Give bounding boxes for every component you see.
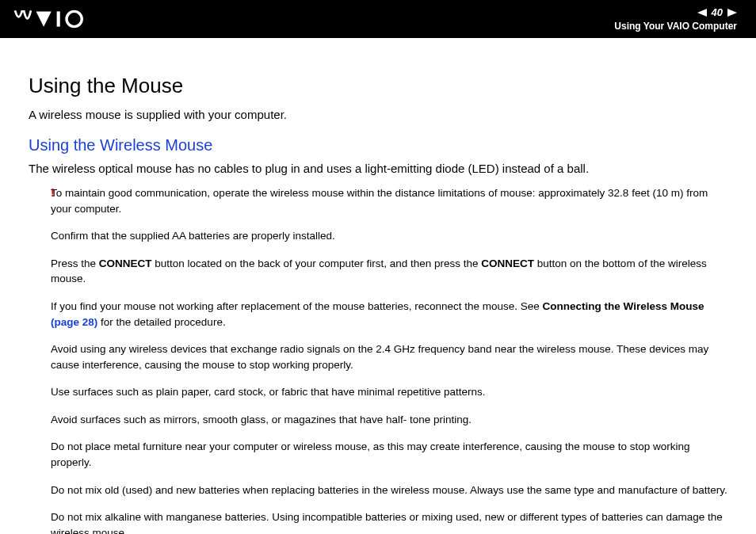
notes-block: ! To maintain good communication, operat…: [29, 185, 727, 534]
text-fragment: If you find your mouse not working after…: [51, 300, 543, 312]
note-text: Do not mix alkaline with manganese batte…: [51, 509, 727, 534]
page-navigation: 40: [614, 6, 737, 20]
sub-heading: Using the Wireless Mouse: [29, 134, 727, 157]
main-heading: Using the Mouse: [29, 71, 727, 101]
note-text: Avoid surfaces such as mirrors, smooth g…: [51, 412, 727, 428]
svg-point-1: [67, 11, 82, 26]
section-label: Using Your VAIO Computer: [614, 20, 737, 33]
svg-marker-2: [697, 9, 707, 17]
warning-icon: !: [51, 184, 55, 201]
note-text: To maintain good communication, operate …: [51, 185, 727, 216]
page-reference-link[interactable]: (page 28): [51, 316, 97, 328]
page-content: Using the Mouse A wireless mouse is supp…: [0, 38, 756, 534]
bold-text: CONNECT: [99, 257, 152, 269]
note-text: Do not place metal furniture near your c…: [51, 439, 727, 470]
text-fragment: button located on the back of your compu…: [152, 257, 482, 269]
note-text: Do not mix old (used) and new batteries …: [51, 483, 727, 498]
note-text: Avoid using any wireless devices that ex…: [51, 341, 727, 372]
page-number: 40: [712, 6, 723, 20]
prev-page-arrow-icon[interactable]: [697, 9, 707, 17]
note-text: If you find your mouse not working after…: [51, 299, 727, 330]
page-header: 40 Using Your VAIO Computer: [0, 0, 756, 38]
vaio-logo: [14, 9, 101, 29]
text-fragment: for the detailed procedure.: [97, 316, 225, 328]
next-page-arrow-icon[interactable]: [727, 9, 737, 17]
svg-rect-0: [57, 11, 60, 26]
bold-text: Connecting the Wireless Mouse: [543, 300, 704, 312]
note-text: Use surfaces such as plain paper, card s…: [51, 384, 727, 400]
note-text: Confirm that the supplied AA batteries a…: [51, 228, 727, 244]
intro-text: A wireless mouse is supplied with your c…: [29, 106, 727, 124]
note-text: Press the CONNECT button located on the …: [51, 256, 727, 287]
svg-marker-3: [727, 9, 737, 17]
bold-text: CONNECT: [481, 257, 534, 269]
text-fragment: Press the: [51, 257, 99, 269]
header-right: 40 Using Your VAIO Computer: [614, 6, 737, 33]
description-text: The wireless optical mouse has no cables…: [29, 160, 727, 177]
